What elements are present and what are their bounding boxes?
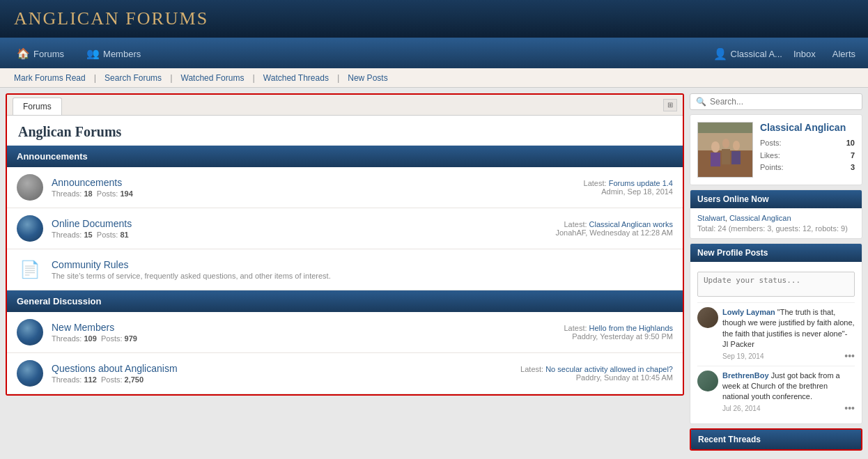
sidebar-profile-posts: New Profile Posts Lowly Layman "The trut…	[690, 243, 862, 424]
status-input[interactable]	[697, 272, 855, 297]
post-text-lowly: Lowly Layman "The truth is that, though …	[722, 307, 855, 361]
recent-threads-box: Recent Threads	[690, 428, 862, 451]
forum-latest-new-members: Latest: Hello from the Highlands Paddry,…	[520, 324, 673, 341]
svg-rect-8	[698, 123, 753, 133]
forum-latest-questions: Latest: No secular activity allowed in c…	[520, 365, 673, 382]
latest-by-new-members: Paddry, Yesterday at 9:50 PM	[572, 332, 673, 341]
post-time-lowly: Sep 19, 2014	[722, 352, 855, 361]
nav-members-label: Members	[103, 49, 141, 59]
divider-3: |	[252, 72, 254, 83]
forum-info-new-members: New Members Threads: 109 Posts: 979	[52, 322, 511, 343]
forum-row-online-docs[interactable]: Online Documents Threads: 15 Posts: 81 L…	[7, 208, 683, 249]
forum-name-announcements[interactable]: Announcements	[52, 177, 511, 188]
user-stats: Posts: 10 Likes: 7 Points: 3	[760, 137, 855, 174]
online-header: Users Online Now	[690, 190, 862, 208]
poster-name-brethren[interactable]: BrethrenBoy	[722, 371, 769, 380]
forums-icon: 🏠	[17, 47, 30, 60]
nav-left: 🏠 Forums 👥 Members	[7, 42, 713, 65]
forum-row-announcements[interactable]: Announcements Threads: 18 Posts: 194 Lat…	[7, 167, 683, 208]
forum-info-community-rules: Community Rules The site's terms of serv…	[52, 259, 511, 280]
svg-point-2	[711, 141, 720, 153]
main-layout: Forums ⊞ Anglican Forums Announcements A…	[0, 88, 868, 456]
forum-row-new-members[interactable]: New Members Threads: 109 Posts: 979 Late…	[7, 312, 683, 353]
user-display-name[interactable]: Classical Anglican	[760, 122, 855, 133]
divider-4: |	[337, 72, 339, 83]
subnav-search-forums[interactable]: Search Forums	[98, 70, 169, 86]
svg-rect-5	[711, 153, 720, 166]
subnav-mark-read[interactable]: Mark Forums Read	[7, 70, 93, 86]
sidebar-online-box: Users Online Now Stalwart, Classical Ang…	[690, 189, 862, 239]
user-stat-posts: Posts: 10	[760, 137, 855, 150]
divider-1: |	[94, 72, 96, 83]
online-users: Stalwart, Classical Anglican	[697, 214, 855, 222]
forum-name-community-rules[interactable]: Community Rules	[52, 259, 511, 270]
profile-posts-header: New Profile Posts	[690, 244, 862, 262]
search-icon: 🔍	[696, 97, 706, 107]
avatar-lowly	[697, 307, 718, 328]
poster-name-lowly[interactable]: Lowly Layman	[722, 308, 775, 316]
nav-inbox[interactable]: Inbox	[788, 46, 821, 62]
nav-forums[interactable]: 🏠 Forums	[7, 42, 74, 65]
nav-alerts[interactable]: Alerts	[827, 46, 861, 62]
svg-point-4	[733, 141, 740, 150]
forum-info-online-docs: Online Documents Threads: 15 Posts: 81	[52, 218, 511, 239]
expand-button[interactable]: ⊞	[663, 99, 677, 111]
nav-forums-label: Forums	[33, 49, 64, 59]
search-box: 🔍	[690, 93, 862, 110]
latest-link-announcements[interactable]: Forums update 1.4	[609, 179, 673, 187]
user-info: Classical Anglican Posts: 10 Likes: 7 Po…	[760, 122, 855, 178]
forum-meta-questions: Threads: 112 Posts: 2,750	[52, 375, 511, 384]
forum-meta-new-members: Threads: 109 Posts: 979	[52, 334, 511, 343]
subnav-new-posts[interactable]: New Posts	[341, 70, 394, 86]
nav-user[interactable]: 👤 Classical A...	[713, 47, 782, 61]
latest-by-questions: Paddry, Sunday at 10:45 AM	[576, 373, 673, 382]
forum-name-questions[interactable]: Questions about Anglicanism	[52, 363, 511, 374]
forum-row-community-rules[interactable]: 📄 Community Rules The site's terms of se…	[7, 249, 683, 290]
online-user-classical[interactable]: Classical Anglican	[729, 214, 791, 222]
latest-by-online-docs: JonahAF, Wednesday at 12:28 AM	[555, 228, 673, 237]
latest-link-questions[interactable]: No secular activity allowed in chapel?	[545, 365, 673, 373]
section-general-discussion: General Discussion	[7, 290, 683, 312]
forum-name-new-members[interactable]: New Members	[52, 322, 511, 333]
forum-meta-announcements: Threads: 18 Posts: 194	[52, 189, 511, 198]
sidebar: 🔍	[690, 93, 862, 451]
online-content: Stalwart, Classical Anglican Total: 24 (…	[690, 208, 862, 238]
latest-by-announcements: Admin, Sep 18, 2014	[601, 187, 673, 196]
forum-icon-announcements	[17, 174, 43, 201]
latest-link-new-members[interactable]: Hello from the Highlands	[589, 324, 673, 332]
forums-tab[interactable]: Forums	[13, 98, 62, 115]
forum-icon-community-rules: 📄	[17, 256, 43, 283]
content-area: Forums ⊞ Anglican Forums Announcements A…	[6, 93, 684, 396]
user-card: Classical Anglican Posts: 10 Likes: 7 Po…	[690, 114, 862, 185]
post-more-brethren[interactable]: •••	[844, 403, 855, 414]
nav-members[interactable]: 👥 Members	[77, 42, 150, 65]
forum-desc-community-rules: The site's terms of service, frequently …	[52, 272, 511, 280]
nav-right: 👤 Classical A... Inbox Alerts	[713, 46, 861, 62]
search-input[interactable]	[710, 97, 856, 107]
forum-icon-online-docs	[17, 215, 43, 242]
nav-bar: 🏠 Forums 👥 Members 👤 Classical A... Inbo…	[0, 39, 868, 68]
tab-bar: Forums ⊞	[7, 95, 683, 116]
section-announcements: Announcements	[7, 146, 683, 167]
forum-latest-announcements: Latest: Forums update 1.4 Admin, Sep 18,…	[520, 179, 673, 196]
forum-info-announcements: Announcements Threads: 18 Posts: 194	[52, 177, 511, 198]
subnav-watched-forums[interactable]: Watched Forums	[174, 70, 251, 86]
online-user-stalwart[interactable]: Stalwart	[697, 214, 725, 222]
forum-meta-online-docs: Threads: 15 Posts: 81	[52, 231, 511, 239]
site-header: Anglican Forums	[0, 0, 868, 39]
recent-threads-header[interactable]: Recent Threads	[691, 430, 861, 449]
user-icon: 👤	[713, 47, 727, 61]
sub-nav: Mark Forums Read | Search Forums | Watch…	[0, 68, 868, 88]
subnav-watched-threads[interactable]: Watched Threads	[256, 70, 336, 86]
forum-row-questions[interactable]: Questions about Anglicanism Threads: 112…	[7, 353, 683, 394]
online-total: Total: 24 (members: 3, guests: 12, robot…	[697, 224, 855, 233]
forum-name-online-docs[interactable]: Online Documents	[52, 218, 511, 229]
post-more-lowly[interactable]: •••	[844, 350, 855, 361]
user-stat-points: Points: 3	[760, 162, 855, 174]
forum-icon-questions	[17, 360, 43, 387]
profile-post-lowly: Lowly Layman "The truth is that, though …	[697, 302, 855, 366]
svg-rect-6	[722, 149, 730, 164]
forum-icon-new-members	[17, 319, 43, 345]
latest-link-online-docs[interactable]: Classical Anglican works	[589, 220, 673, 228]
post-text-brethren: BrethrenBoy Just got back from a week at…	[722, 371, 855, 414]
